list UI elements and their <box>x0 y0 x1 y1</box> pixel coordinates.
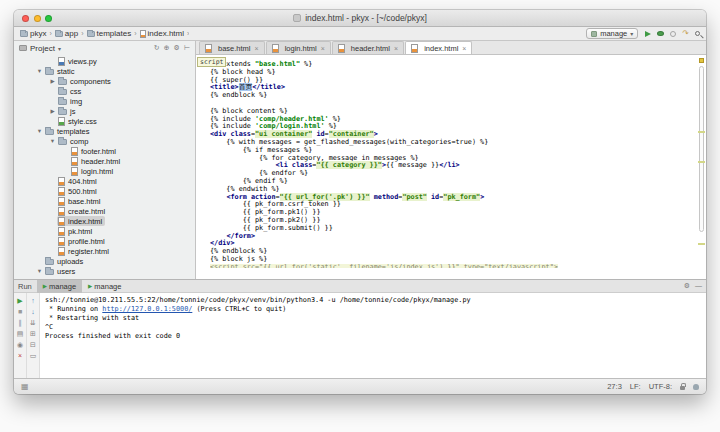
caret-position[interactable]: 27:3 <box>607 382 622 391</box>
rerun-deploy-icon[interactable]: ↷ <box>682 29 689 38</box>
close-window-button[interactable] <box>22 15 29 22</box>
line-separator[interactable]: LF: <box>630 382 641 391</box>
html-file-icon <box>58 247 65 256</box>
coverage-icon[interactable] <box>670 31 676 37</box>
chevron-right-icon[interactable]: ▶ <box>48 78 57 84</box>
tree-item-css[interactable]: css <box>14 86 195 96</box>
toolwindow-toggle-icon[interactable]: ▦ <box>21 382 29 391</box>
warning-stripe-mark[interactable] <box>698 131 705 133</box>
tree-item-index-html[interactable]: index.html <box>14 216 195 226</box>
tree-item-404-html[interactable]: 404.html <box>14 176 195 186</box>
tree-item-profile-html[interactable]: profile.html <box>14 236 195 246</box>
close-tab-icon[interactable]: × <box>255 45 259 52</box>
close-tab-icon[interactable]: × <box>394 45 398 52</box>
tree-item-users[interactable]: ▼users <box>14 266 195 276</box>
hector-inspections-icon[interactable] <box>693 384 699 390</box>
restore-layout-icon[interactable]: ▤ <box>15 329 26 338</box>
tree-item-login-html[interactable]: login.html <box>14 166 195 176</box>
tree-item-content: index.html <box>57 216 105 226</box>
lock-icon[interactable] <box>680 386 685 390</box>
tree-item-style-css[interactable]: style.css <box>14 116 195 126</box>
pause-icon[interactable]: ∥ <box>15 318 26 327</box>
down-stack-trace-icon[interactable]: ↓ <box>28 307 39 316</box>
tab-label: index.html <box>424 44 458 53</box>
chevron-down-icon[interactable]: ▼ <box>35 128 44 134</box>
run-config-select[interactable]: manage ▾ <box>586 28 638 39</box>
zoom-window-button[interactable] <box>45 15 52 22</box>
editor-tab-header-html[interactable]: header.html× <box>332 41 404 54</box>
tree-item-create-html[interactable]: create.html <box>14 206 195 216</box>
chevron-down-icon[interactable]: ▼ <box>35 268 44 274</box>
project-panel-title[interactable]: Project <box>30 44 55 53</box>
clear-console-icon[interactable]: ▭ <box>28 351 39 360</box>
locate-icon[interactable]: ⊕ <box>164 44 170 52</box>
folder-icon <box>58 139 67 145</box>
tree-item-uploads[interactable]: uploads <box>14 256 195 266</box>
chevron-down-icon[interactable]: ▼ <box>48 138 57 144</box>
code-segment: {% if messages %} <box>210 146 312 154</box>
breadcrumb-item[interactable]: index.html <box>140 29 184 38</box>
up-stack-trace-icon[interactable]: ↑ <box>28 296 39 305</box>
tree-item-500-html[interactable]: 500.html <box>14 186 195 196</box>
hide-panel-icon[interactable]: ⊢ <box>184 44 190 52</box>
scroll-to-end-icon[interactable]: ⇊ <box>28 318 39 327</box>
editor-tab-login-html[interactable]: login.html× <box>266 41 331 54</box>
console-line: * Running on http://127.0.0.1:5000/ (Pre… <box>45 305 706 314</box>
minimize-panel-icon[interactable]: — <box>695 282 702 290</box>
tree-item-templates[interactable]: ▼templates <box>14 126 195 136</box>
tree-item-pk-html[interactable]: pk.html <box>14 226 195 236</box>
run-settings-gear-icon[interactable]: ⚙ <box>684 282 690 290</box>
debug-icon[interactable] <box>657 31 664 36</box>
minimize-window-button[interactable] <box>34 15 41 22</box>
tree-item-comp[interactable]: ▼comp <box>14 136 195 146</box>
editor-scrollbar[interactable] <box>699 66 704 232</box>
tree-item-register-html[interactable]: register.html <box>14 246 195 256</box>
search-icon[interactable] <box>695 31 700 36</box>
chevron-down-icon[interactable]: ▼ <box>35 68 44 74</box>
close-tab-icon[interactable]: × <box>462 45 466 52</box>
close-icon[interactable]: × <box>15 351 26 360</box>
breadcrumb-item[interactable]: app <box>55 29 78 38</box>
tree-item-views-py[interactable]: views.py <box>14 56 195 66</box>
tree-item-components[interactable]: ▶components <box>14 76 195 86</box>
editor-tab-index-html[interactable]: index.html× <box>405 41 472 54</box>
tree-item-base-html[interactable]: base.html <box>14 196 195 206</box>
tree-item-js[interactable]: ▶js <box>14 106 195 116</box>
file-status-marker-icon <box>699 58 704 63</box>
chevron-right-icon[interactable]: ▶ <box>48 108 57 114</box>
close-tab-icon[interactable]: × <box>321 45 325 52</box>
soft-wrap-icon[interactable]: ⊟ <box>28 340 39 349</box>
rerun-icon[interactable]: ▶ <box>15 296 26 305</box>
tree-item-label: 500.html <box>68 187 97 196</box>
tree-item-img[interactable]: img <box>14 96 195 106</box>
tree-item-header-html[interactable]: header.html <box>14 156 195 166</box>
settings-gear-icon[interactable]: ⚙ <box>174 44 180 52</box>
tree-item-label: templates <box>57 127 90 136</box>
breadcrumb-item[interactable]: pkyx <box>20 29 46 38</box>
code-segment: {{ pk_form.pk2() }} <box>210 216 321 224</box>
titlebar[interactable]: index.html - pkyx - [~/code/pkyx] <box>14 10 706 27</box>
breadcrumb-separator-icon: › <box>49 30 51 37</box>
editor-tab-base-html[interactable]: base.html× <box>199 41 265 54</box>
code-segment <box>210 232 226 240</box>
tree-item-footer-html[interactable]: footer.html <box>14 146 195 156</box>
pin-icon[interactable]: ◉ <box>15 340 26 349</box>
console-url-link[interactable]: http://127.0.0.1:5000/ <box>102 305 192 313</box>
run-icon[interactable] <box>645 31 651 37</box>
tree-item-content: js <box>57 106 78 116</box>
code-area[interactable]: {% extends "base.html" %}{% block head %… <box>196 55 706 279</box>
warning-stripe-mark[interactable] <box>698 161 705 163</box>
code-editor[interactable]: script {% extends "base.html" %}{% block… <box>196 55 706 279</box>
warning-stripe-mark[interactable] <box>698 243 705 245</box>
sync-icon[interactable]: ↻ <box>154 44 160 52</box>
chevron-down-icon[interactable]: ▾ <box>58 45 61 52</box>
file-encoding[interactable]: UTF-8: <box>649 382 672 391</box>
print-icon[interactable]: ⊞ <box>28 329 39 338</box>
breadcrumb-item[interactable]: templates <box>87 29 132 38</box>
run-tab-manage[interactable]: ▶manage <box>37 280 82 293</box>
run-console[interactable]: ssh://tonnie@10.211.55.5:22/home/tonnie/… <box>40 293 706 378</box>
stop-icon[interactable]: ■ <box>15 307 26 316</box>
tree-item-static[interactable]: ▼static <box>14 66 195 76</box>
tab-label: base.html <box>218 44 251 53</box>
run-tab-manage[interactable]: ▶manage <box>82 280 127 293</box>
